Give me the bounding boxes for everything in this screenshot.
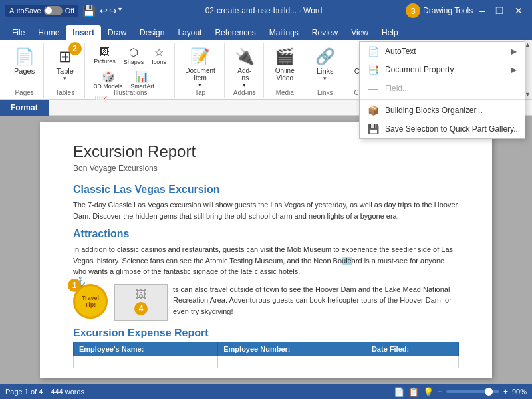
badge-2: 2 — [68, 42, 82, 55]
filename-text: 02-create-and-use-build... · Word — [205, 6, 323, 15]
tab-file[interactable]: File — [5, 25, 31, 40]
tab-layout[interactable]: Layout — [171, 25, 208, 40]
undo-button[interactable]: ↩ — [100, 5, 108, 16]
tables-group-label: Tables — [45, 89, 84, 96]
save-selection-menu-item[interactable]: 💾 Save Selection to Quick Part Gallery..… — [360, 120, 525, 138]
word-count: 444 words — [51, 388, 84, 396]
badge-3: 3 — [406, 3, 420, 18]
tab-references[interactable]: References — [208, 25, 262, 40]
smartart-button[interactable]: 📊 SmartArt — [127, 68, 158, 92]
status-bar: Page 1 of 4 444 words 📄 📋 💡 − + 90% — [0, 384, 532, 399]
links-button[interactable]: 🔗 Links ▾ — [311, 44, 340, 85]
document-item-icon: 📝 — [190, 47, 210, 66]
tab-help[interactable]: Help — [375, 25, 405, 40]
quick-parts-dropdown: 📄 AutoText ▶ 📑 Document Property ▶ — Fie… — [359, 41, 525, 139]
document-item-button[interactable]: 📝 DocumentItem ▾ — [180, 44, 220, 92]
ribbon-group-media: 🎬 OnlineVideo Media — [265, 43, 305, 98]
autotext-menu-item[interactable]: 📄 AutoText ▶ — [360, 42, 525, 61]
pages-label: Pages — [14, 67, 35, 75]
status-bar-right: 📄 📋 💡 − + 90% — [394, 387, 527, 397]
save-selection-icon: 💾 — [368, 124, 378, 134]
online-video-button[interactable]: 🎬 OnlineVideo — [270, 44, 299, 85]
pages-icon: 📄 — [15, 47, 35, 66]
format-tab[interactable]: Format — [0, 100, 49, 116]
tab-review[interactable]: Review — [305, 25, 344, 40]
tab-insert[interactable]: Insert — [66, 25, 101, 40]
tab-design[interactable]: Design — [133, 25, 171, 40]
autotext-arrow: ▶ — [511, 47, 517, 56]
ribbon-tabs-bar: File Home Insert Draw Design Layout Refe… — [0, 21, 532, 40]
online-video-label: OnlineVideo — [275, 67, 295, 82]
addins-button[interactable]: 🔌 Add-ins ▾ — [230, 44, 259, 92]
building-blocks-label: Building Blocks Organizer... — [385, 106, 483, 115]
window-title: 02-create-and-use-build... · Word — [122, 6, 406, 15]
drawing-tools-label: Drawing Tools — [423, 6, 473, 15]
tab-draw[interactable]: Draw — [101, 25, 133, 40]
save-icon[interactable]: 💾 — [82, 5, 96, 17]
status-icon-3[interactable]: 💡 — [423, 387, 434, 397]
col-employee-number: Employee Number: — [218, 342, 366, 356]
minimize-button[interactable]: – — [475, 4, 489, 17]
ribbon-group-links: 🔗 Links ▾ Links — [307, 43, 344, 98]
redo-button[interactable]: ↪ — [109, 5, 117, 16]
expense-section: Excursion Expense Report Employee's Name… — [73, 327, 459, 368]
highlighted-text: ule — [342, 257, 352, 265]
status-icon-2[interactable]: 📋 — [408, 387, 419, 397]
close-button[interactable]: ✕ — [511, 4, 527, 17]
autotext-icon: 📄 — [368, 46, 378, 57]
document-property-label: Document Property — [385, 65, 454, 74]
image-icon: 🖼 — [136, 289, 146, 301]
tab-view[interactable]: View — [344, 25, 375, 40]
image-placeholder: 🖼 4 — [114, 284, 168, 321]
travel-tip-content: 🖼 4 ts can also travel outside of town t… — [114, 284, 459, 321]
links-icon: 🔗 — [315, 47, 335, 66]
links-label: Links — [317, 67, 334, 75]
online-video-icon: 🎬 — [275, 47, 295, 66]
autosave-toggle[interactable]: AutoSave Off — [5, 5, 78, 17]
pages-button[interactable]: 📄 Pages — [9, 44, 39, 78]
autosave-off-text: Off — [65, 7, 74, 15]
cell-date — [366, 356, 458, 368]
icons-label: Icons — [152, 59, 166, 65]
ribbon-group-illustrations: 🖼 Pictures ⬡ Shapes ☆ Icons 🎲 3D Models … — [86, 43, 175, 98]
shapes-label: Shapes — [124, 59, 144, 65]
building-blocks-icon: 📦 — [368, 105, 378, 116]
shapes-button[interactable]: ⬡ Shapes — [120, 44, 148, 67]
tap-group-label: Tap — [176, 89, 224, 96]
undo-redo-group: ↩ ↪ ▾ — [100, 5, 122, 16]
status-icon-1[interactable]: 📄 — [394, 387, 404, 397]
format-tab-label: Format — [11, 103, 38, 112]
pages-group-label: Pages — [5, 89, 43, 96]
3d-models-icon: 🎲 — [102, 70, 115, 83]
addins-arrow: ▾ — [243, 82, 246, 88]
3d-models-button[interactable]: 🎲 3D Models — [90, 68, 126, 92]
section1-body: The 7-day Classic Las Vegas excursion wi… — [73, 200, 459, 221]
zoom-slider[interactable] — [446, 390, 499, 393]
travel-tip-text: Travel Tip! — [82, 295, 99, 308]
document-property-menu-item[interactable]: 📑 Document Property ▶ — [360, 61, 525, 79]
ribbon-group-tap: 📝 DocumentItem ▾ Tap — [176, 43, 225, 98]
document-title: Excursion Report — [73, 142, 459, 161]
status-bar-left: Page 1 of 4 444 words — [5, 388, 84, 396]
menu-divider — [360, 99, 525, 100]
media-group-label: Media — [265, 89, 305, 96]
field-label: Field... — [385, 84, 409, 93]
autotext-label: AutoText — [385, 47, 416, 56]
section1-heading: Classic Las Vegas Excursion — [73, 184, 459, 196]
cell-name — [74, 356, 218, 368]
pictures-button[interactable]: 🖼 Pictures — [90, 44, 119, 66]
expense-heading: Excursion Expense Report — [73, 327, 459, 339]
zoom-in-button[interactable]: + — [503, 387, 508, 396]
zoom-thumb — [485, 388, 493, 396]
building-blocks-menu-item[interactable]: 📦 Building Blocks Organizer... — [360, 101, 525, 120]
restore-button[interactable]: ❐ — [491, 4, 508, 17]
icons-button[interactable]: ☆ Icons — [148, 44, 170, 67]
links-group-label: Links — [307, 89, 344, 96]
table-button[interactable]: 2 ⊞ Table ▾ — [51, 44, 80, 85]
tab-mailings[interactable]: Mailings — [263, 25, 305, 40]
document-property-icon: 📑 — [368, 65, 378, 75]
title-bar: AutoSave Off 💾 ↩ ↪ ▾ 02-create-and-use-b… — [0, 0, 532, 21]
zoom-out-button[interactable]: − — [438, 387, 442, 396]
autosave-off-toggle[interactable] — [44, 6, 63, 15]
tab-home[interactable]: Home — [31, 25, 66, 40]
